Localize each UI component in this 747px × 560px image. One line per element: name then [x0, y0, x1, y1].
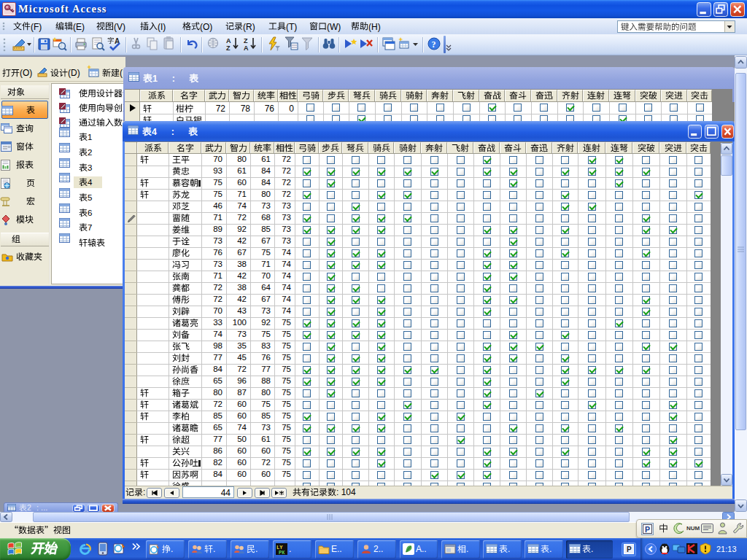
svg-text::: : [171, 127, 174, 137]
svg-text:PK: PK [279, 550, 285, 556]
svg-text:2: 2 [27, 503, 31, 512]
svg-text:5: 5 [88, 193, 92, 202]
svg-text:4: 4 [152, 127, 157, 137]
svg-text:?: ? [432, 39, 436, 50]
svg-text:7: 7 [88, 223, 92, 232]
svg-text:1: 1 [88, 133, 92, 141]
svg-text:Z: Z [226, 44, 231, 52]
svg-text::: : [172, 74, 175, 84]
svg-text:P: P [645, 525, 650, 534]
svg-text:3: 3 [88, 163, 92, 172]
svg-text:6: 6 [88, 209, 92, 217]
svg-text:A: A [244, 44, 249, 52]
svg-text:1: 1 [152, 74, 158, 84]
svg-text:P: P [627, 545, 632, 553]
svg-text:2: 2 [88, 148, 92, 157]
svg-text:4: 4 [88, 178, 93, 187]
svg-text:A: A [226, 37, 231, 44]
svg-text:Z: Z [244, 37, 248, 44]
